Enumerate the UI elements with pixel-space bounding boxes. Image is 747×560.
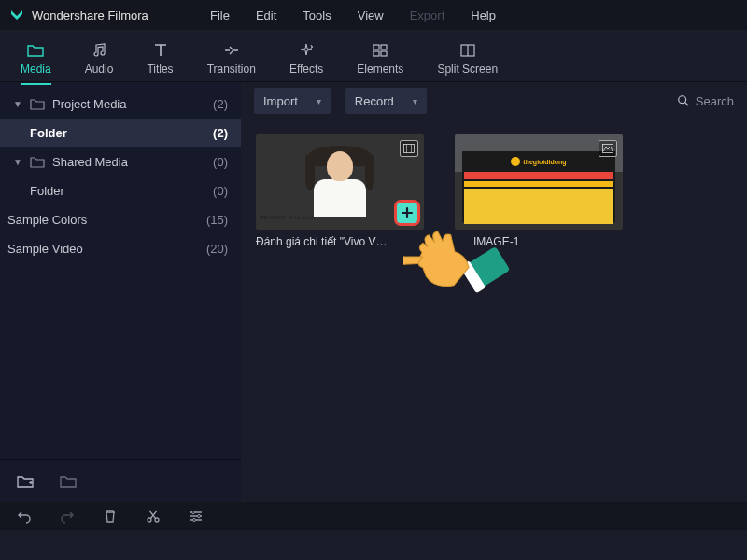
remove-folder-button[interactable] (60, 474, 77, 489)
folder-icon (30, 156, 45, 169)
chevron-down-icon: ▾ (317, 96, 321, 106)
menu-export: Export (410, 8, 445, 22)
svg-rect-1 (381, 45, 387, 49)
tab-split-screen[interactable]: Split Screen (437, 36, 498, 76)
tree-item-folder-selected[interactable]: Folder (2) (0, 119, 241, 147)
menu-tools[interactable]: Tools (303, 8, 331, 22)
image-badge-icon (599, 140, 617, 157)
redo-button[interactable] (60, 509, 75, 524)
media-item-name: IMAGE-1 (455, 235, 623, 248)
search-icon (677, 94, 690, 107)
tree-item-project-media[interactable]: ▼ Project Media (2) (0, 90, 241, 119)
content-toolbar: Import ▾ Record ▾ Search (241, 82, 747, 119)
sparkle-icon (298, 42, 315, 59)
search-input[interactable]: Search (677, 94, 734, 108)
tree-item-folder[interactable]: Folder (0) (0, 176, 241, 205)
svg-rect-0 (374, 45, 379, 49)
caret-down-icon: ▼ (13, 99, 22, 109)
svg-rect-2 (374, 51, 379, 56)
media-item-name: Đánh giá chi tiết "Vivo V… (256, 235, 424, 248)
menu-bar: File Edit Tools View Export Help (0, 0, 747, 30)
svg-line-7 (685, 103, 689, 106)
bottom-toolbar (0, 502, 747, 530)
delete-button[interactable] (103, 509, 118, 524)
svg-point-18 (193, 519, 196, 522)
svg-point-17 (198, 515, 201, 518)
tab-media[interactable]: Media (21, 36, 51, 76)
svg-rect-8 (404, 145, 415, 153)
chevron-down-icon: ▾ (413, 96, 417, 106)
media-item[interactable]: thegioididong IMAGE-1 (455, 134, 623, 248)
tree-item-sample-video[interactable]: ▼ Sample Video (20) (0, 234, 241, 263)
media-item[interactable]: REVIEWS Trinh Trinh Đánh giá chi tiết "V… (256, 134, 424, 248)
tree-item-sample-colors[interactable]: ▼ Sample Colors (15) (0, 205, 241, 234)
import-dropdown[interactable]: Import ▾ (254, 88, 331, 114)
tab-effects[interactable]: Effects (289, 36, 323, 76)
music-note-icon (91, 42, 107, 59)
svg-point-15 (155, 518, 159, 522)
split-screen-icon (459, 42, 476, 59)
main-area: ▼ Project Media (2) Folder (2) ▼ Shared … (0, 82, 747, 502)
sidebar: ▼ Project Media (2) Folder (2) ▼ Shared … (0, 82, 241, 502)
tab-transition[interactable]: Transition (207, 36, 256, 76)
menu-help[interactable]: Help (471, 8, 496, 22)
transition-icon (223, 42, 240, 59)
video-badge-icon (400, 140, 418, 157)
media-thumbnail: REVIEWS Trinh Trinh (256, 134, 424, 230)
new-folder-button[interactable] (17, 474, 34, 489)
settings-button[interactable] (189, 509, 204, 524)
svg-rect-3 (381, 51, 387, 56)
add-to-timeline-button[interactable] (394, 200, 420, 226)
folder-icon (30, 98, 45, 111)
menu-file[interactable]: File (210, 8, 230, 22)
menu-view[interactable]: View (358, 8, 384, 22)
elements-icon (372, 42, 388, 59)
menu-edit[interactable]: Edit (256, 8, 276, 22)
tool-tabs: Media Audio Titles Transition Effects El… (0, 30, 747, 82)
undo-button[interactable] (17, 509, 32, 524)
text-icon (152, 42, 169, 59)
svg-point-6 (679, 96, 686, 104)
tab-elements[interactable]: Elements (357, 36, 403, 76)
svg-point-14 (148, 518, 151, 522)
content-panel: Import ▾ Record ▾ Search REVIEWS Trinh T… (241, 82, 747, 502)
tab-audio[interactable]: Audio (85, 36, 114, 76)
svg-point-16 (192, 511, 195, 514)
tree-item-shared-media[interactable]: ▼ Shared Media (0) (0, 147, 241, 176)
tab-titles[interactable]: Titles (147, 36, 173, 76)
caret-down-icon: ▼ (13, 157, 22, 167)
record-dropdown[interactable]: Record ▾ (345, 88, 427, 114)
sidebar-footer (0, 459, 241, 502)
media-grid: REVIEWS Trinh Trinh Đánh giá chi tiết "V… (241, 119, 747, 263)
media-thumbnail: thegioididong (455, 134, 623, 230)
media-tree: ▼ Project Media (2) Folder (2) ▼ Shared … (0, 82, 241, 459)
folder-icon (27, 42, 44, 59)
cut-button[interactable] (146, 509, 161, 524)
